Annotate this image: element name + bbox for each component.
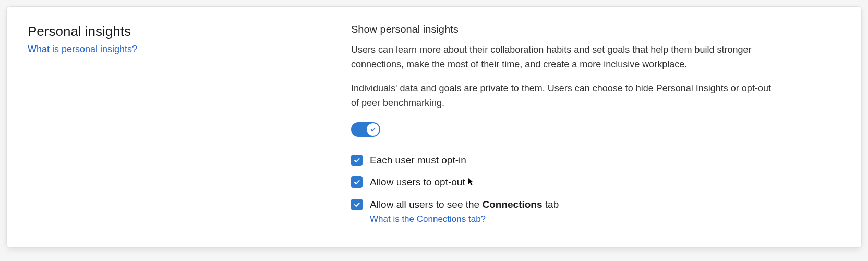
checkbox-label-wrap: Allow users to opt-out [370,175,475,189]
cursor-icon [467,176,475,190]
section-title: Personal insights [28,23,320,40]
checkbox-row: Each user must opt-in [351,153,779,168]
label-text-pre: Allow users to opt-out [370,176,465,187]
label-text-pre: Each user must opt-in [370,155,466,165]
personal-insights-help-link[interactable]: What is personal insights? [28,44,137,54]
checkbox-option-0[interactable] [351,155,363,166]
checkbox-label-wrap: Allow all users to see the Connections t… [370,198,559,224]
label-text-bold: Connections [482,199,542,210]
sub-heading: Show personal insights [351,23,779,35]
show-personal-insights-toggle[interactable] [351,122,380,137]
connections-tab-help-link[interactable]: What is the Connections tab? [370,214,559,224]
description-paragraph-1: Users can learn more about their collabo… [351,43,779,72]
checkbox-label-wrap: Each user must opt-in [370,153,466,168]
checkbox-row: Allow all users to see the Connections t… [351,198,779,224]
description-paragraph-2: Individuals' data and goals are private … [351,81,779,111]
check-icon [353,201,360,208]
right-column: Show personal insights Users can learn m… [351,23,779,233]
toggle-knob [367,123,379,136]
personal-insights-panel: Personal insights What is personal insig… [6,6,862,248]
left-column: Personal insights What is personal insig… [28,23,320,233]
checkbox-label: Allow all users to see the Connections t… [370,198,559,212]
checkbox-label: Allow users to opt-out [370,175,475,189]
check-icon [353,179,360,186]
label-text-pre: Allow all users to see the [370,199,482,210]
checkbox-option-2[interactable] [351,199,363,210]
checkbox-label: Each user must opt-in [370,153,466,168]
checkbox-row: Allow users to opt-out [351,175,779,189]
label-text-post: tab [542,199,559,210]
checkbox-option-1[interactable] [351,176,363,188]
check-icon [353,157,360,164]
check-icon [370,126,376,133]
